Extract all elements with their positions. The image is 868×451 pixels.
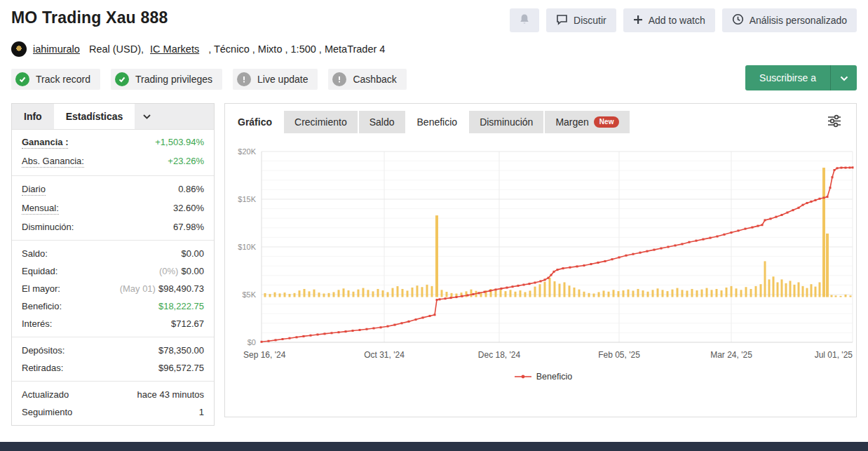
chart-area: $0$5K$10K$15K$20KSep 16, '24Oct 31, '24D… <box>225 133 856 382</box>
chart-tab-disminucion[interactable]: Disminución <box>469 111 543 133</box>
add-to-watch-button[interactable]: Add to watch <box>623 8 715 32</box>
discuss-label: Discutir <box>574 15 606 26</box>
stat-label: Abs. Ganancia: <box>22 156 84 168</box>
subscribe-button-group: Suscribirse a <box>745 65 857 90</box>
broker-link[interactable]: IC Markets <box>150 43 199 55</box>
stat-label: Diario <box>22 184 46 196</box>
stat-value: $96,572.75 <box>158 363 204 373</box>
x-axis-tick: Mar 24, '25 <box>710 350 752 360</box>
divider <box>12 240 214 241</box>
chart-settings-button[interactable] <box>822 112 846 133</box>
badge-trading-privileges: Trading privileges <box>111 69 222 90</box>
exclamation-icon <box>332 72 346 86</box>
chart-tabs: GráficoCrecimientoSaldoBeneficioDisminuc… <box>225 104 856 133</box>
stat-value: (0%)$0.00 <box>159 266 204 276</box>
stat-row-diario: Diario0.86% <box>12 180 214 199</box>
chart-tab-margen[interactable]: MargenNew <box>545 111 630 133</box>
info-panel-tabs: InfoEstadísticas <box>12 104 214 130</box>
avatar[interactable] <box>11 41 27 57</box>
discuss-button[interactable]: Discutir <box>546 8 616 32</box>
badge-track-record: Track record <box>11 69 100 90</box>
stat-label: Saldo: <box>22 248 48 259</box>
divider <box>12 381 214 382</box>
chart-tab-crecimiento[interactable]: Crecimiento <box>284 111 358 133</box>
add-to-watch-label: Add to watch <box>649 15 705 26</box>
tab-estadisticas[interactable]: Estadísticas <box>54 104 135 129</box>
stat-row-saldo: Saldo:$0.00 <box>12 245 214 262</box>
stat-value: $18,222.75 <box>158 301 204 311</box>
stat-value-note: (0%) <box>159 266 178 276</box>
stat-row-actualizado: Actualizadohace 43 minutos <box>12 386 214 403</box>
stat-row-disminucion: Disminución:67.98% <box>12 218 214 236</box>
stat-value: $0.00 <box>181 248 204 259</box>
custom-analysis-button[interactable]: Análisis personalizado <box>722 8 857 32</box>
x-axis-tick: Oct 31, '24 <box>364 350 405 360</box>
y-axis-tick: $20K <box>238 147 256 156</box>
stat-value: 32.60% <box>173 203 204 213</box>
stat-row-beneficio: Beneficio:$18,222.75 <box>12 297 214 315</box>
sliders-icon <box>827 114 842 128</box>
stat-label: Actualizado <box>22 389 69 400</box>
stat-row-equidad: Equidad:(0%)$0.00 <box>12 262 214 280</box>
chart-panel: GráficoCrecimientoSaldoBeneficioDisminuc… <box>224 103 857 417</box>
new-badge: New <box>594 116 620 128</box>
stat-row-el-mayor: El mayor:(May 01)$98,490.73 <box>12 280 214 297</box>
stat-value: hace 43 minutos <box>137 389 204 400</box>
check-icon <box>115 72 129 86</box>
account-details: , Técnico , Mixto , 1:500 , MetaTrader 4 <box>208 43 385 55</box>
tab-info[interactable]: Info <box>12 104 54 129</box>
stat-label: Disminución: <box>22 222 74 232</box>
subscribe-dropdown-button[interactable] <box>830 65 857 90</box>
stat-label: Beneficio: <box>22 301 62 311</box>
info-panel: InfoEstadísticas Ganancia :+1,503.94%Abs… <box>11 103 215 426</box>
author-username-link[interactable]: iahimuralo <box>33 43 80 55</box>
chart-legend: Beneficio <box>231 372 856 382</box>
footer-strip <box>0 442 868 451</box>
stat-value: +1,503.94% <box>155 137 204 147</box>
stat-row-ganancia: Ganancia :+1,503.94% <box>12 133 214 152</box>
plus-icon <box>633 15 643 27</box>
chart-tab-label: Beneficio <box>417 116 458 128</box>
speech-bubble-icon <box>556 14 568 27</box>
y-axis-tick: $5K <box>242 290 256 299</box>
tabs-dropdown-button[interactable] <box>135 114 159 119</box>
y-axis-tick: $15K <box>238 195 256 203</box>
chart-tab-label: Margen <box>555 116 588 128</box>
stat-row-retiradas: Retiradas:$96,572.75 <box>12 359 214 377</box>
chart-tab-saldo[interactable]: Saldo <box>359 111 405 133</box>
y-axis-tick: $10K <box>238 243 256 251</box>
badge-label: Trading privileges <box>135 74 212 85</box>
badge-live-update: Live update <box>233 69 318 90</box>
chart-tab-label: Gráfico <box>238 116 272 128</box>
profit-line <box>261 166 854 342</box>
stat-value-note: (May 01) <box>120 283 156 294</box>
stat-label: Retiradas: <box>22 363 63 373</box>
y-axis-tick: $0 <box>247 338 256 346</box>
stat-value: 1 <box>199 407 204 417</box>
chart-tab-grafico[interactable]: Gráfico <box>235 111 283 133</box>
x-axis-tick: Feb 05, '25 <box>598 350 640 360</box>
statistics-list: Ganancia :+1,503.94%Abs. Ganancia:+23.26… <box>12 130 214 425</box>
chart-tab-label: Disminución <box>480 116 533 128</box>
chart-tab-beneficio[interactable]: Beneficio <box>407 111 468 133</box>
stat-row-depositos: Depósitos:$78,350.00 <box>12 342 214 359</box>
chevron-down-icon <box>840 72 848 84</box>
badge-cashback: Cashback <box>328 69 406 90</box>
badges-row: Track recordTrading privilegesLive updat… <box>0 57 868 90</box>
x-axis-tick: Sep 16, '24 <box>243 350 286 360</box>
stat-row-seguimiento: Seguimiento1 <box>12 403 214 421</box>
x-axis-tick: Dec 18, '24 <box>478 350 521 360</box>
main-content: InfoEstadísticas Ganancia :+1,503.94%Abs… <box>0 90 868 426</box>
chart-tab-label: Saldo <box>369 116 395 128</box>
stat-label: Ganancia : <box>22 137 68 149</box>
stat-label: Interés: <box>22 318 52 329</box>
check-icon <box>15 72 29 86</box>
notifications-button[interactable] <box>510 8 539 32</box>
topbar: MO Trading Xau 888 Discutir Add to watch… <box>0 0 868 32</box>
subscribe-button[interactable]: Suscribirse a <box>745 65 830 90</box>
stat-row-abs-ganancia: Abs. Ganancia:+23.26% <box>12 152 214 171</box>
page-title: MO Trading Xau 888 <box>11 8 168 27</box>
badge-label: Track record <box>36 74 90 85</box>
divider <box>12 337 214 337</box>
badge-label: Live update <box>257 74 308 85</box>
